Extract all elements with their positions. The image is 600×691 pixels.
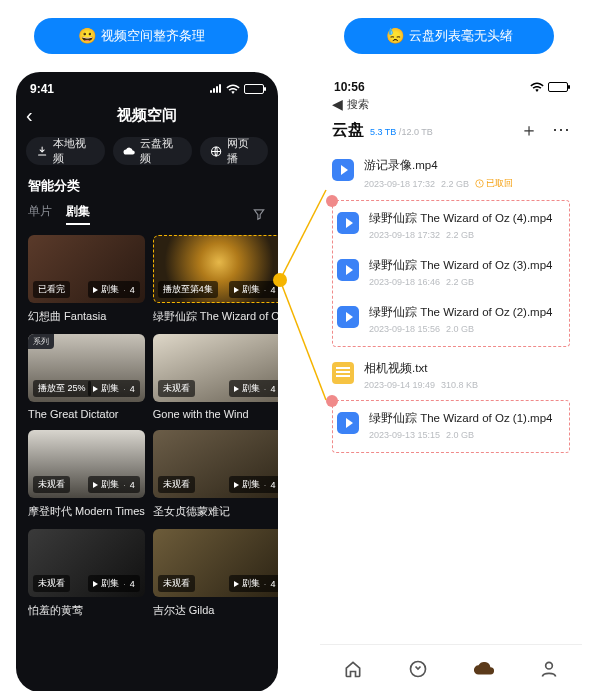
tab-profile[interactable]	[538, 658, 560, 680]
file-meta: 2023-09-14 19:49310.8 KB	[364, 380, 570, 390]
text-file-icon	[332, 362, 354, 384]
video-thumbnail: 未观看 剧集·4	[153, 334, 278, 402]
watch-status-badge: 播放至第4集	[158, 281, 218, 298]
episode-count-badge: 剧集·4	[88, 380, 140, 397]
video-thumbnail: 未观看 剧集·4	[153, 529, 278, 597]
watch-status-badge: 播放至 25%	[33, 380, 91, 397]
video-card[interactable]: 未观看 剧集·4 吉尔达 Gilda	[153, 529, 278, 618]
chip-local-video[interactable]: 本地视频	[26, 137, 105, 165]
chip-label: 网页播	[227, 136, 258, 166]
tab-home[interactable]	[342, 658, 364, 680]
tab-cloud[interactable]	[473, 658, 495, 680]
storage-info: 5.3 TB /12.0 TB	[370, 127, 433, 137]
battery-icon	[244, 84, 264, 94]
caption-pill-left: 😀 视频空间整齐条理	[34, 18, 248, 54]
file-name: 游记录像.mp4	[364, 158, 570, 173]
caption-text: 云盘列表毫无头绪	[409, 27, 513, 45]
file-row[interactable]: 绿野仙踪 The Wizard of Oz (3).mp4 2023-09-18…	[337, 250, 565, 297]
episode-count-badge: 剧集·4	[229, 380, 278, 397]
video-card[interactable]: 未观看 剧集·4 Gone with the Wind	[153, 334, 278, 420]
cloud-icon	[123, 145, 135, 158]
chip-label: 本地视频	[53, 136, 95, 166]
battery-icon	[548, 82, 568, 92]
tab-bar	[320, 644, 582, 691]
episode-count-badge: 剧集·4	[88, 575, 140, 592]
watch-status-badge: 未观看	[158, 476, 195, 493]
file-row[interactable]: 绿野仙踪 The Wizard of Oz (1).mp4 2023-09-13…	[337, 403, 565, 450]
play-icon	[234, 482, 239, 488]
video-card[interactable]: 系列 播放至 25% 剧集·4 The Great Dictator	[28, 334, 145, 420]
file-row[interactable]: 绿野仙踪 The Wizard of Oz (4).mp4 2023-09-18…	[337, 203, 565, 250]
chip-label: 云盘视频	[140, 136, 182, 166]
file-row[interactable]: 游记录像.mp4 2023-09-18 17:322.2 GB已取回	[332, 150, 570, 200]
page-title: 云盘	[332, 120, 364, 141]
play-icon	[93, 482, 98, 488]
file-meta: 2023-09-18 17:322.2 GB已取回	[364, 177, 570, 190]
wifi-icon	[530, 82, 544, 92]
tab-single[interactable]: 单片	[28, 203, 52, 225]
video-title: 绿野仙踪 The Wizard of Oz	[153, 309, 278, 324]
signal-icon	[210, 82, 222, 96]
search-label: 搜索	[347, 97, 369, 112]
chip-cloud-video[interactable]: 云盘视频	[113, 137, 192, 165]
add-button[interactable]: ＋	[520, 118, 538, 142]
group-anchor-dot	[326, 195, 338, 207]
connector-dot	[273, 273, 287, 287]
episode-count-badge: 剧集·4	[88, 476, 140, 493]
file-meta: 2023-09-13 15:152.0 GB	[369, 430, 565, 440]
more-button[interactable]: ⋯	[552, 118, 570, 142]
file-row[interactable]: 相机视频.txt 2023-09-14 19:49310.8 KB	[332, 353, 570, 400]
video-card[interactable]: 未观看 剧集·4 圣女贞德蒙难记	[153, 430, 278, 519]
chip-web-play[interactable]: 网页播	[200, 137, 268, 165]
video-title: Gone with the Wind	[153, 408, 278, 420]
video-title: 摩登时代 Modern Times	[28, 504, 145, 519]
video-card[interactable]: 播放至第4集 剧集·4 绿野仙踪 The Wizard of Oz	[153, 235, 278, 324]
status-bar: 10:56	[320, 72, 582, 94]
video-card[interactable]: 已看完 剧集·4 幻想曲 Fantasia	[28, 235, 145, 324]
episode-count-badge: 剧集·4	[88, 281, 140, 298]
episode-count-badge: 剧集·4	[229, 575, 278, 592]
globe-icon	[210, 145, 222, 158]
file-row[interactable]: 绿野仙踪 The Wizard of Oz (2).mp4 2023-09-18…	[337, 297, 565, 344]
status-bar: 9:41	[16, 72, 278, 96]
video-title: 吉尔达 Gilda	[153, 603, 278, 618]
recall-badge: 已取回	[475, 177, 513, 190]
watch-status-badge: 已看完	[33, 281, 70, 298]
watch-status-badge: 未观看	[33, 476, 70, 493]
back-search-row[interactable]: ◀ 搜索	[320, 94, 582, 118]
play-icon	[93, 287, 98, 293]
video-title: 圣女贞德蒙难记	[153, 504, 278, 519]
video-thumbnail: 未观看 剧集·4	[28, 430, 145, 498]
video-title: 怕羞的黄莺	[28, 603, 145, 618]
file-meta: 2023-09-18 17:322.2 GB	[369, 230, 565, 240]
play-icon	[93, 386, 98, 392]
wifi-icon	[226, 84, 240, 94]
file-name: 绿野仙踪 The Wizard of Oz (2).mp4	[369, 305, 565, 320]
download-icon	[36, 145, 48, 158]
video-card[interactable]: 未观看 剧集·4 怕羞的黄莺	[28, 529, 145, 618]
video-thumbnail: 已看完 剧集·4	[28, 235, 145, 303]
tab-series[interactable]: 剧集	[66, 203, 90, 225]
play-icon	[234, 287, 239, 293]
status-time: 9:41	[30, 82, 54, 96]
back-button[interactable]: ‹	[26, 104, 33, 127]
caption-text: 视频空间整齐条理	[101, 27, 205, 45]
file-name: 绿野仙踪 The Wizard of Oz (4).mp4	[369, 211, 565, 226]
caption-pill-right: 😓 云盘列表毫无头绪	[344, 18, 554, 54]
video-file-icon	[337, 306, 359, 328]
grouped-files-box: 绿野仙踪 The Wizard of Oz (1).mp4 2023-09-13…	[332, 400, 570, 453]
page-header: ‹ 视频空间	[16, 96, 278, 137]
tab-activity[interactable]	[407, 658, 429, 680]
signal-icon	[514, 80, 526, 94]
filter-icon[interactable]	[252, 207, 266, 221]
section-title: 智能分类	[28, 177, 266, 195]
svg-point-3	[546, 662, 553, 669]
file-meta: 2023-09-18 15:562.0 GB	[369, 324, 565, 334]
play-icon	[93, 581, 98, 587]
emoji-icon: 😀	[78, 27, 97, 45]
video-card[interactable]: 未观看 剧集·4 摩登时代 Modern Times	[28, 430, 145, 519]
play-icon	[234, 386, 239, 392]
video-file-icon	[337, 212, 359, 234]
video-file-icon	[332, 159, 354, 181]
emoji-icon: 😓	[386, 27, 405, 45]
